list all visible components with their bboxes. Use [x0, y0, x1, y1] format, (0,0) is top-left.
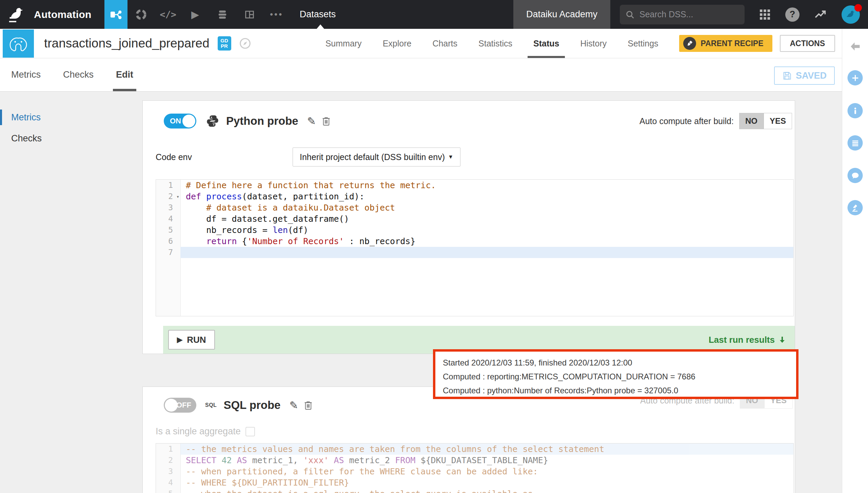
tab-status[interactable]: Status: [523, 29, 570, 58]
chevron-down-icon: ▼: [448, 154, 453, 160]
navbar-right-group: Dataiku Academy ?: [513, 0, 868, 29]
code-line[interactable]: 6 return {'Number of Records' : nb_recor…: [156, 236, 793, 247]
subtab-checks[interactable]: Checks: [63, 58, 94, 91]
tab-statistics[interactable]: Statistics: [468, 29, 523, 58]
single-aggregate-label: Is a single aggregate: [156, 426, 241, 437]
sidebar-item-metrics[interactable]: Metrics: [0, 108, 142, 127]
nav-code-icon[interactable]: </>: [155, 9, 182, 20]
discussions-panel-icon[interactable]: [848, 168, 863, 183]
search-input[interactable]: [639, 9, 737, 20]
python-icon: [206, 114, 219, 128]
parent-recipe-button[interactable]: PARENT RECIPE: [679, 35, 772, 52]
python-probe-header: ON Python probe ✎ Auto compute after bui…: [164, 113, 792, 129]
sql-probe-card: Auto compute after build: NO YES OFF SQL…: [142, 387, 795, 493]
fold-caret-icon: ▾: [176, 191, 179, 202]
python-probe-toggle[interactable]: ON: [164, 114, 196, 129]
code-line[interactable]: 2SELECT 42 AS metric_1, 'xxx' AS metric_…: [156, 455, 793, 466]
tab-explore[interactable]: Explore: [372, 29, 422, 58]
python-code-editor[interactable]: 1# Define here a function that returns t…: [156, 180, 793, 258]
info-panel-icon[interactable]: [848, 103, 863, 118]
code-env-select[interactable]: Inherit project default (DSS builtin env…: [293, 147, 460, 166]
subtab-metrics[interactable]: Metrics: [11, 58, 41, 91]
collapse-panel-arrow-icon[interactable]: [849, 40, 861, 53]
apps-grid-icon[interactable]: [759, 8, 771, 21]
add-panel-icon[interactable]: [848, 70, 863, 85]
nav-section-label: Datasets: [300, 9, 336, 20]
status-subtab-bar: Metrics Checks Edit SAVED: [0, 58, 842, 92]
sql-probe-title: SQL probe: [223, 399, 280, 412]
code-line[interactable]: 3-- when partitioned, a filter for the W…: [156, 466, 793, 477]
code-env-row: Code env Inherit project default (DSS bu…: [156, 147, 460, 166]
gdpr-badge: GD PR: [218, 36, 231, 51]
sql-language-label: SQL: [205, 402, 217, 408]
last-run-results-link[interactable]: Last run results: [709, 335, 786, 345]
subtab-edit[interactable]: Edit: [116, 58, 133, 91]
nav-jobs-icon[interactable]: ▶: [182, 8, 209, 20]
sql-probe-toggle[interactable]: OFF: [164, 398, 196, 413]
product-name: Automation: [34, 9, 92, 20]
dataiku-academy-button[interactable]: Dataiku Academy: [513, 0, 610, 29]
trending-icon[interactable]: [814, 8, 827, 21]
nav-more-icon[interactable]: •••: [263, 9, 290, 20]
sidebar-item-checks[interactable]: Checks: [0, 129, 142, 148]
code-line[interactable]: 4 df = dataset.get_dataframe(): [156, 213, 793, 224]
code-line[interactable]: 7: [156, 247, 793, 258]
user-avatar[interactable]: [842, 5, 860, 24]
search-box[interactable]: [620, 5, 745, 24]
watch-interest-icon[interactable]: [239, 37, 252, 50]
auto-compute-group: Auto compute after build: NO YES: [639, 113, 792, 129]
tab-charts[interactable]: Charts: [422, 29, 468, 58]
run-button[interactable]: ▶ RUN: [168, 330, 215, 350]
auto-compute-no-button[interactable]: NO: [739, 113, 764, 129]
lab-panel-icon[interactable]: [848, 200, 863, 215]
nav-flow-icon[interactable]: [104, 0, 127, 29]
top-navbar: Automation </> ▶ ••• Datasets Dataiku Ac…: [0, 0, 868, 29]
sql-code-editor[interactable]: 1-- the metrics values and names are tak…: [156, 443, 793, 493]
single-aggregate-row: Is a single aggregate: [156, 426, 255, 437]
code-line[interactable]: 4-- WHERE ${DKU_PARTITION_FILTER}: [156, 477, 793, 488]
result-line: Computed : python:Number of Records:Pyth…: [443, 383, 796, 397]
recipe-icon: [683, 37, 696, 50]
saved-label: SAVED: [796, 71, 827, 81]
nav-lab-icon[interactable]: [127, 8, 155, 21]
details-list-panel-icon[interactable]: [848, 135, 863, 151]
python-probe-title: Python probe: [226, 115, 298, 127]
dataset-tabs: Summary Explore Charts Statistics Status…: [315, 29, 669, 58]
last-run-results-box: Started 2020/12/03 11:59, finished 2020/…: [433, 349, 798, 399]
arrow-down-icon: [778, 336, 786, 344]
tab-history[interactable]: History: [570, 29, 617, 58]
result-line: Computed : reporting:METRICS_COMPUTATION…: [443, 370, 796, 383]
sql-code-editor-box: 1-- the metrics values and names are tak…: [156, 443, 794, 493]
auto-compute-yes-button[interactable]: YES: [764, 113, 792, 129]
delete-python-probe-icon[interactable]: [321, 116, 331, 126]
postgres-dataset-icon[interactable]: [3, 29, 34, 58]
code-line[interactable]: 3 # dataset is a dataiku.Dataset object: [156, 202, 793, 213]
actions-button[interactable]: ACTIONS: [780, 35, 835, 52]
code-line[interactable]: 1# Define here a function that returns t…: [156, 180, 793, 191]
code-env-label: Code env: [156, 152, 293, 162]
code-line[interactable]: 2▾def process(dataset, partition_id):: [156, 191, 793, 202]
saved-button[interactable]: SAVED: [774, 66, 835, 85]
python-probe-card: ON Python probe ✎ Auto compute after bui…: [142, 100, 795, 354]
tab-settings[interactable]: Settings: [617, 29, 669, 58]
delete-sql-probe-icon[interactable]: [303, 400, 313, 411]
dataset-header-bar: transactions_joined_prepared GD PR Summa…: [0, 29, 842, 58]
python-code-editor-box: 1# Define here a function that returns t…: [156, 179, 794, 316]
dataset-title: transactions_joined_prepared: [44, 36, 210, 51]
single-aggregate-checkbox[interactable]: [245, 427, 255, 436]
dataiku-logo-icon[interactable]: [7, 6, 25, 23]
nav-dashboard-icon[interactable]: [236, 9, 263, 20]
code-line[interactable]: 5 nb_records = len(df): [156, 224, 793, 236]
tab-summary[interactable]: Summary: [315, 29, 372, 58]
edit-sql-probe-icon[interactable]: ✎: [289, 400, 298, 411]
active-section-caret: [317, 24, 324, 29]
help-icon[interactable]: ?: [785, 7, 800, 22]
search-icon: [625, 10, 635, 19]
code-line[interactable]: 1-- the metrics values and names are tak…: [156, 443, 793, 455]
toggle-knob: [165, 399, 178, 412]
code-line[interactable]: 5-- when the dataset is a sql query, the…: [156, 488, 793, 493]
floppy-icon: [782, 71, 792, 80]
edit-python-probe-icon[interactable]: ✎: [307, 116, 316, 126]
auto-compute-label: Auto compute after build:: [639, 116, 734, 126]
nav-stack-icon[interactable]: [209, 9, 236, 20]
